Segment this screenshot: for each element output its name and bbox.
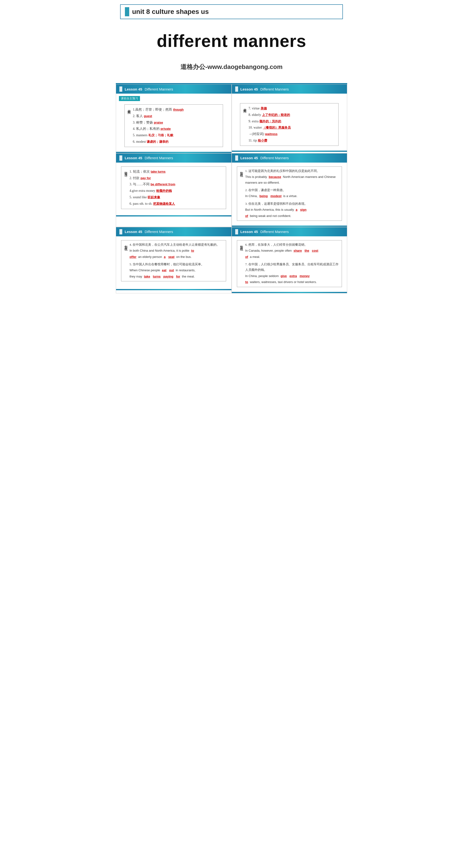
sent-item-4-3-en: But in North America, this is usually a …	[245, 207, 339, 212]
sent-item-4-2: 2. 在中国，谦虚是一种美德。	[245, 187, 339, 193]
sent-item-5-1-cn: 4. 在中国和北美，在公共汽车上主动给老年人让座都是有礼貌的。	[129, 242, 224, 247]
sent-item-4-3: 3. 但在北美，这通常是懦弱和不自信的表现。	[245, 201, 339, 207]
vocab-items-2: 7. virtue 美德 8. elderly 上了年纪的；较老的 9. ext…	[249, 105, 336, 144]
phrase-items: 1. 轮流；依次 take turns 2. 付款 pay for 3. 与………	[129, 168, 224, 207]
lesson-content-1: 课前自主预习 单 词 阅 关 1.虽然；尽管；即使；然而 though	[116, 94, 231, 152]
vocab-item-1-4: 4. 私人的；私有的 private	[133, 126, 220, 132]
vocab-table-2: 单 词 阅 关 7. virtue 美德 8. elderly 上了年纪的；较老…	[240, 103, 338, 146]
phrase-item-2: 2. 付款 pay for	[129, 175, 224, 181]
sent-item-5-2-en: When Chinese people eat out in restauran…	[129, 268, 224, 273]
sentence-items-1: 1. 这可能是因为北美的礼仪和中国的礼仪是如此不同。 This is proba…	[245, 168, 339, 219]
lesson-header-5: Lesson 45 Different Manners	[116, 227, 231, 236]
vocab-item-1-2: 2. 客人 guest	[133, 113, 220, 119]
vocab-item-2-4: 10. waiter （餐馆的）男服务员	[249, 125, 336, 130]
lesson-header-accent-1	[120, 87, 122, 92]
lesson-header-accent-3	[120, 155, 122, 161]
vocab-item-2-2: 8. elderly 上了年纪的；较老的	[249, 112, 336, 118]
vocab-item-1-6: 6. modest 谦虚的；谦恭的	[133, 139, 220, 145]
sent-item-5-2-cn: 5. 当中国人外出在餐馆用餐时，他们可能会轮流买单。	[129, 261, 224, 267]
sent-item-6-1-en2: of a meal.	[245, 254, 339, 259]
vocab-item-2-5: →(对应词) waitress	[249, 131, 336, 137]
lesson-content-3: 短 语 互 详 1. 轮流；依次 take turns 2. 付款	[116, 163, 231, 215]
lesson-header-text-6: Lesson 45	[240, 229, 258, 234]
lesson-panel-bottom-4	[232, 225, 347, 227]
lesson-panel-2: Lesson 45 Different Manners 单 词 阅 关 7. v…	[232, 84, 348, 153]
vocab-item-2-3: 9. extra 额外的；另外的	[249, 119, 336, 124]
sent-item-5-2-en2: they may take turns paying for the meal.	[129, 274, 224, 279]
header-accent	[125, 7, 129, 16]
sentence-table-1: 句 型 在 线 1. 这可能是因为北美的礼仪和中国的礼仪是如此不同。 This …	[237, 166, 342, 221]
lesson-panel-bottom-6	[232, 292, 347, 293]
lesson-content-6: 句 型 在 线 6. 然而，在加拿大，人们经常分担就餐花销。 In Canada…	[232, 236, 347, 292]
header-title: unit 8 culture shapes us	[132, 8, 209, 16]
lesson-header-3: Lesson 45 Different Manners	[116, 154, 231, 163]
phrase-table-1: 短 语 互 详 1. 轮流；依次 take turns 2. 付款	[121, 166, 226, 209]
sentence-items-6: 6. 然而，在加拿大，人们经常分担就餐花销。 In Canada, howeve…	[245, 242, 339, 285]
sent-item-4-1: 1. 这可能是因为北美的礼仪和中国的礼仪是如此不同。	[245, 168, 339, 174]
lesson-header-text-4: Lesson 45	[240, 156, 258, 160]
lesson-header-sub-2: Different Manners	[260, 87, 289, 91]
vocab-item-1-1: 1.虽然；尽管；即使；然而 though	[133, 107, 220, 113]
sent-item-6-2-en: In China, people seldom give extra money	[245, 273, 339, 279]
vocab-table-1: 单 词 阅 关 1.虽然；尽管；即使；然而 though 2. 客人 guest	[125, 104, 223, 147]
phrase-item-6: 6. pass sth. to sb. 把某物递给某人	[129, 201, 224, 207]
sent-item-4-1-en: This is probably because North American …	[245, 174, 339, 185]
lesson-header-sub-3: Different Manners	[144, 156, 173, 160]
lesson-header-accent-4	[235, 155, 238, 161]
tag-label-1: 课前自主预习	[119, 96, 140, 101]
lesson-header-2: Lesson 45 Different Manners	[232, 85, 347, 94]
main-title-area: different manners	[116, 19, 347, 56]
lesson-header-6: Lesson 45 Different Manners	[232, 227, 347, 236]
lesson-panel-1: Lesson 45 Different Manners 课前自主预习 单 词 阅…	[116, 84, 232, 153]
page-header: unit 8 culture shapes us	[120, 4, 343, 19]
sent-item-5-1-en: In both China and North America, it is p…	[129, 248, 224, 253]
lesson-panel-bottom-5	[116, 289, 231, 290]
vocab-item-1-5: 5. manners 礼仪；习俗；礼貌	[133, 132, 220, 138]
lesson-header-4: Lesson 45 Different Manners	[232, 154, 347, 163]
lesson-panel-bottom-1	[116, 152, 231, 153]
sent-item-4-3-en2: of being weak and not confident.	[245, 213, 339, 219]
lesson-panel-6: Lesson 45 Different Manners 句 型 在 线 6. 然…	[232, 227, 348, 293]
sentence-items-5: 4. 在中国和北美，在公共汽车上主动给老年人让座都是有礼貌的。 In both …	[129, 242, 224, 280]
lesson-header-accent-5	[120, 229, 122, 235]
phrase-item-5: 5. sound like 听起来像	[129, 194, 224, 200]
lesson-header-text-3: Lesson 45	[125, 156, 142, 160]
phrase-item-4: 4.give extra money 给额外的钱	[129, 188, 224, 194]
lesson-header-text-1: Lesson 45	[125, 87, 142, 91]
lesson-panel-4: Lesson 45 Different Manners 句 型 在 线 1. 这…	[232, 153, 348, 227]
vocab-item-2-6: 11. tip 给小费	[249, 138, 336, 144]
lesson-header-accent-2	[235, 87, 238, 92]
lesson-content-5: 句 型 在 线 4. 在中国和北美，在公共汽车上主动给老年人让座都是有礼貌的。 …	[116, 236, 231, 289]
sent-item-6-1-en: In Canada, however, people often share t…	[245, 248, 339, 253]
lesson-content-2: 单 词 阅 关 7. virtue 美德 8. elderly 上了年纪的；较老…	[232, 94, 347, 151]
phrase-item-1: 1. 轮流；依次 take turns	[129, 169, 224, 175]
lesson-panel-3: Lesson 45 Different Manners 短 语 互 详 1. 轮…	[116, 153, 232, 227]
sent-item-6-1-cn: 6. 然而，在加拿大，人们经常分担就餐花销。	[245, 242, 339, 247]
lesson-header-text-2: Lesson 45	[240, 87, 258, 91]
sent-item-5-1-en2: offer an elderly person a seat on the bu…	[129, 254, 224, 259]
main-title: different manners	[116, 31, 347, 51]
lesson-panel-bottom-2	[232, 151, 347, 152]
lesson-header-sub-1: Different Manners	[144, 87, 173, 91]
sentence-table-2: 句 型 在 线 4. 在中国和北美，在公共汽车上主动给老年人让座都是有礼貌的。 …	[121, 240, 226, 281]
sent-item-6-2-cn: 7. 在中国，人们很少给男服务员、女服务员、出租车司机或酒店工作人员额外的钱。	[245, 261, 339, 273]
lesson-panel-5: Lesson 45 Different Manners 句 型 在 线 4. 在…	[116, 227, 232, 293]
vocab-item-2-1: 7. virtue 美德	[249, 105, 336, 111]
sent-item-4-2-en: In China, being modest is a virtue.	[245, 193, 339, 199]
lesson-content-4: 句 型 在 线 1. 这可能是因为北美的礼仪和中国的礼仪是如此不同。 This …	[232, 163, 347, 225]
lesson-header-sub-4: Different Manners	[260, 156, 289, 160]
lesson-header-accent-6	[235, 229, 238, 235]
lesson-header-1: Lesson 45 Different Manners	[116, 85, 231, 94]
vocab-item-1-3: 3. 称赞；赞扬 praise	[133, 120, 220, 125]
sentence-table-3: 句 型 在 线 6. 然而，在加拿大，人们经常分担就餐花销。 In Canada…	[237, 240, 342, 287]
vocab-items-1: 1.虽然；尽管；即使；然而 though 2. 客人 guest 3. 称赞；赞…	[133, 106, 220, 145]
sent-item-6-2-en2: to waiters, waitresses, taxi drivers or …	[245, 279, 339, 285]
watermark: 道格办公-www.daogebangong.com	[116, 56, 347, 83]
lesson-header-sub-5: Different Manners	[144, 229, 173, 234]
lessons-grid: Lesson 45 Different Manners 课前自主预习 单 词 阅…	[116, 83, 347, 293]
lesson-panel-bottom-3	[116, 215, 231, 216]
phrase-item-3: 3. 与……不同 be different from	[129, 182, 224, 187]
lesson-header-sub-6: Different Manners	[260, 229, 289, 234]
lesson-header-text-5: Lesson 45	[125, 229, 142, 234]
